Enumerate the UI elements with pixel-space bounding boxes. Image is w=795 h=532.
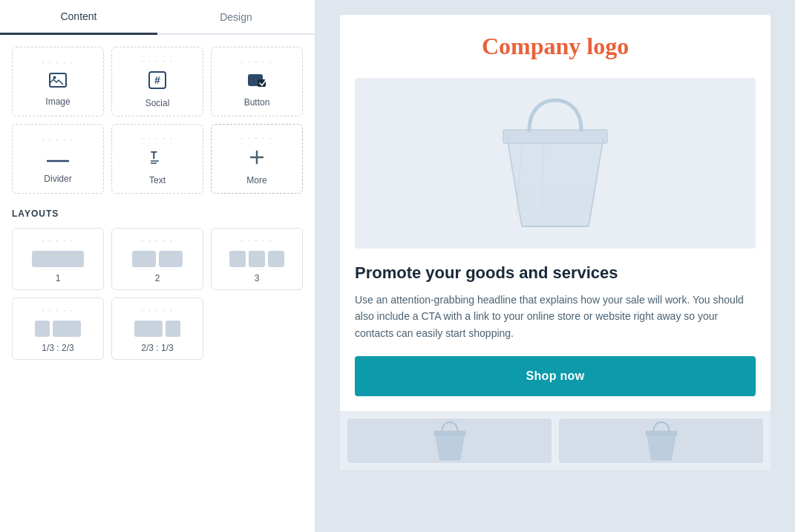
layout-label-3: 3: [255, 273, 260, 283]
col-1-3: [35, 321, 50, 337]
layout-item-2-3-1-3[interactable]: · · · · · 2/3 : 1/3: [111, 298, 203, 360]
layout-label-1: 1: [56, 273, 61, 283]
left-panel: Content Design · · · · · Image · · · ·: [0, 0, 315, 532]
button-icon: [247, 72, 266, 93]
layout-label-1-3: 1/3 : 2/3: [42, 343, 73, 353]
more-icon: [248, 148, 266, 171]
svg-rect-20: [434, 431, 465, 435]
svg-text:T: T: [151, 149, 157, 161]
layout-item-2[interactable]: · · · · · 2: [111, 228, 203, 290]
text-icon: T: [148, 148, 166, 171]
dots-divider: · · · · ·: [42, 137, 73, 144]
component-social-label: Social: [145, 98, 170, 108]
layout-dots-3: · · · · ·: [241, 237, 272, 245]
tabs-bar: Content Design: [0, 0, 315, 35]
col-half-2: [159, 251, 183, 267]
col-1-3-side: [166, 321, 180, 337]
dots-social: · · · · ·: [141, 58, 173, 65]
layouts-section: LAYOUTS · · · · · 1 · · · · ·: [12, 208, 303, 360]
layout-dots-1-3: · · · · ·: [42, 307, 73, 315]
svg-point-1: [53, 76, 56, 79]
layout-preview-2: [118, 251, 197, 267]
layouts-grid: · · · · · 1 · · · · · 2: [12, 228, 303, 290]
right-panel: Company logo: [315, 0, 795, 532]
layout-dots-1: · · · · ·: [42, 237, 73, 245]
promo-headline: Promote your goods and services: [355, 263, 756, 283]
svg-marker-21: [647, 433, 675, 460]
col-half-1: [132, 251, 156, 267]
promo-text: Use an attention-grabbing headline that …: [355, 292, 756, 341]
layout-preview-3: [217, 251, 296, 267]
social-icon: #: [148, 71, 166, 93]
component-text[interactable]: · · · · · T Text: [111, 124, 203, 194]
layout-item-3[interactable]: · · · · · 3: [211, 228, 303, 290]
dots-button: · · · · ·: [241, 59, 272, 66]
component-social[interactable]: · · · · · # Social: [111, 47, 203, 116]
layout-item-1-3-2-3[interactable]: · · · · · 1/3 : 2/3: [12, 298, 104, 360]
layout-preview-1-3: [19, 321, 97, 337]
col-third-2: [249, 251, 265, 267]
footer-bag-left-icon: [428, 418, 472, 463]
component-more[interactable]: · · · · · More: [211, 124, 303, 194]
layout-preview-1: [19, 251, 97, 267]
component-button[interactable]: · · · · · Button: [211, 47, 303, 116]
tab-content[interactable]: Content: [0, 0, 157, 35]
layouts-grid-row2: · · · · · 1/3 : 2/3 · · · · · 2/3 : 1/3: [12, 298, 303, 360]
svg-marker-19: [435, 433, 464, 460]
panel-body: · · · · · Image · · · · · #: [0, 35, 315, 372]
image-icon: [49, 73, 67, 92]
footer-bag-left: [347, 418, 552, 463]
email-header: Company logo: [340, 15, 771, 78]
col-2-3-main: [134, 321, 163, 337]
shopping-bag-illustration: [481, 85, 629, 241]
col-2-3: [53, 321, 81, 337]
email-preview: Company logo: [340, 15, 771, 470]
footer-bag-right: [559, 418, 763, 463]
layouts-title: LAYOUTS: [12, 208, 303, 219]
email-footer-strip: [340, 411, 771, 470]
layout-label-2: 2: [155, 273, 160, 283]
shop-now-button[interactable]: Shop now: [355, 356, 756, 396]
email-body: Promote your goods and services Use an a…: [340, 78, 771, 411]
layout-label-2-3: 2/3 : 1/3: [141, 343, 173, 353]
component-text-label: Text: [149, 175, 166, 185]
layout-dots-2: · · · · ·: [141, 237, 173, 245]
svg-text:#: #: [154, 74, 160, 86]
svg-rect-22: [646, 431, 677, 435]
dots-image: · · · · ·: [42, 59, 73, 67]
component-divider[interactable]: · · · · · Divider: [12, 124, 104, 194]
company-logo: Company logo: [355, 33, 756, 60]
component-image[interactable]: · · · · · Image: [12, 47, 104, 116]
layout-item-1[interactable]: · · · · · 1: [12, 228, 104, 290]
footer-bag-right-icon: [639, 418, 684, 463]
col-third-1: [229, 251, 246, 267]
component-button-label: Button: [244, 97, 270, 108]
layout-dots-2-3: · · · · ·: [141, 307, 173, 315]
tab-design[interactable]: Design: [157, 0, 315, 33]
component-more-label: More: [246, 175, 266, 185]
components-grid: · · · · · Image · · · · · #: [12, 47, 303, 194]
component-image-label: Image: [45, 96, 70, 107]
dots-more: · · · · ·: [241, 135, 272, 142]
component-divider-label: Divider: [44, 174, 71, 184]
divider-icon: [47, 150, 69, 169]
col-third-3: [268, 251, 284, 267]
dots-text: · · · · ·: [141, 135, 173, 142]
product-image-area: [355, 78, 756, 249]
col-single: [32, 251, 84, 267]
layout-preview-2-3: [118, 321, 197, 337]
svg-rect-13: [503, 130, 607, 143]
